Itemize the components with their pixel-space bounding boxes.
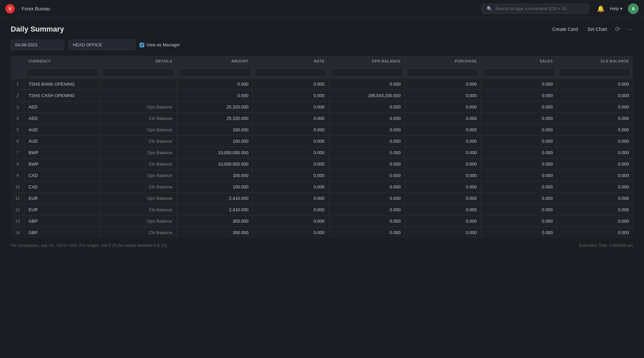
table-row: 12EURCln Balance2,410.0000.0000.0000.000… xyxy=(11,204,633,216)
col-filter-opn_balance[interactable] xyxy=(331,69,403,77)
cell-sales: 0.000 xyxy=(481,181,557,193)
table-row: 11EUROpn Balance2,410.0000.0000.0000.000… xyxy=(11,193,633,204)
table-filter-row xyxy=(11,67,633,79)
cell-num: 7 xyxy=(11,147,24,159)
cell-sales: 0.000 xyxy=(481,170,557,181)
more-options-button[interactable]: ··· xyxy=(626,25,633,34)
cell-opn_balance: 0.000 xyxy=(329,124,405,136)
cell-amount: 25,320.000 xyxy=(176,113,253,124)
app-logo: V xyxy=(5,4,15,13)
cell-currency: GBP xyxy=(24,227,101,238)
create-card-button[interactable]: Create Card xyxy=(550,25,581,33)
cell-details xyxy=(100,90,176,101)
cell-details: Cln Balance xyxy=(100,136,176,147)
cell-purchase: 0.000 xyxy=(405,193,481,204)
cell-purchase: 0.000 xyxy=(405,181,481,193)
col-filter-amount[interactable] xyxy=(179,69,251,77)
table-row: 9CADOpn Balance100.0000.0000.0000.0000.0… xyxy=(11,170,633,181)
cell-currency: CAD xyxy=(24,181,101,193)
cell-purchase: 0.000 xyxy=(405,204,481,216)
header-actions: Create Card Set Chart ⟳ ··· xyxy=(550,24,633,34)
cell-purchase: 0.000 xyxy=(405,90,481,101)
cell-rate: 0.000 xyxy=(253,147,329,159)
cell-num: 3 xyxy=(11,101,24,113)
footer-execution: Execution Time: 0.069349 sec xyxy=(579,243,633,248)
cell-purchase: 0.000 xyxy=(405,101,481,113)
office-filter[interactable] xyxy=(68,40,136,50)
cell-currency: TSHS BANK OPENING xyxy=(24,79,101,90)
refresh-button[interactable]: ⟳ xyxy=(614,24,622,34)
cell-num: 6 xyxy=(11,136,24,147)
topnav: V › Forex Bureau 🔍 🔔 Help ▾ A xyxy=(0,0,644,17)
cell-amount: 0.000 xyxy=(176,90,253,101)
cell-sales: 0.000 xyxy=(481,101,557,113)
cell-opn_balance: 0.000 xyxy=(329,227,405,238)
col-filter-details[interactable] xyxy=(103,69,174,77)
cell-rate: 0.000 xyxy=(253,181,329,193)
avatar[interactable]: A xyxy=(628,3,639,14)
table-container: CURRENCYDETAILSAMOUNTRATEOPN BALANCEPURC… xyxy=(0,55,644,238)
cell-currency: TSHS CASH OPENING xyxy=(24,90,101,101)
cell-num: 11 xyxy=(11,193,24,204)
table-row: 5AUDOpn Balance100.0000.0000.0000.0000.0… xyxy=(11,124,633,136)
cell-sales: 0.000 xyxy=(481,204,557,216)
cell-rate: 0.000 xyxy=(253,204,329,216)
cell-rate: 0.000 xyxy=(253,124,329,136)
cell-amount: 2,410.000 xyxy=(176,204,253,216)
cell-num: 12 xyxy=(11,204,24,216)
cell-purchase: 0.000 xyxy=(405,136,481,147)
page-title: Daily Summary xyxy=(11,25,64,34)
search-input[interactable] xyxy=(495,6,584,11)
cell-num: 1 xyxy=(11,79,24,90)
help-button[interactable]: Help ▾ xyxy=(610,6,623,11)
table-row: 8BWPCln Balance10,000,000.0000.0000.0000… xyxy=(11,159,633,170)
date-filter[interactable] xyxy=(11,40,64,50)
cell-cls_balance: 0.000 xyxy=(557,159,633,170)
cell-num: 5 xyxy=(11,124,24,136)
cell-details: Cln Balance xyxy=(100,227,176,238)
cell-details: Cln Balance xyxy=(100,159,176,170)
search-bar[interactable]: 🔍 xyxy=(482,4,589,14)
cell-details xyxy=(100,79,176,90)
search-icon: 🔍 xyxy=(487,6,492,11)
view-as-manager-input[interactable] xyxy=(140,43,144,47)
breadcrumb-label: Forex Bureau xyxy=(22,6,50,11)
cell-details: Opn Balance xyxy=(100,101,176,113)
col-header-sales: SALES xyxy=(481,56,557,67)
cell-currency: EUR xyxy=(24,193,101,204)
cell-amount: 100.000 xyxy=(176,170,253,181)
col-filter-rate[interactable] xyxy=(255,69,327,77)
col-filter-cls_balance[interactable] xyxy=(559,69,631,77)
col-header-num xyxy=(11,56,24,67)
notifications-button[interactable]: 🔔 xyxy=(597,5,604,12)
col-header-amount: AMOUNT xyxy=(176,56,253,67)
table-row: 1TSHS BANK OPENING0.0000.0000.0000.0000.… xyxy=(11,79,633,90)
cell-sales: 0.000 xyxy=(481,147,557,159)
cell-rate: 0.000 xyxy=(253,136,329,147)
cell-rate: 0.000 xyxy=(253,101,329,113)
cell-cls_balance: 0.000 xyxy=(557,79,633,90)
col-filter-sales[interactable] xyxy=(483,69,555,77)
col-filter-purchase[interactable] xyxy=(407,69,479,77)
set-chart-button[interactable]: Set Chart xyxy=(585,25,610,33)
col-filter-currency[interactable] xyxy=(26,69,98,77)
view-as-manager-checkbox[interactable]: View as Manager xyxy=(140,42,180,47)
cell-currency: AED xyxy=(24,101,101,113)
breadcrumb-separator: › xyxy=(17,6,19,11)
cell-opn_balance: 0.000 xyxy=(329,79,405,90)
cell-amount: 100.000 xyxy=(176,136,253,147)
cell-currency: CAD xyxy=(24,170,101,181)
cell-rate: 0.000 xyxy=(253,159,329,170)
footer-hint: For comparison, use >5, <10 or =324. For… xyxy=(11,243,168,248)
cell-sales: 0.000 xyxy=(481,216,557,227)
cell-num: 13 xyxy=(11,216,24,227)
col-header-details: DETAILS xyxy=(100,56,176,67)
cell-rate: 0.000 xyxy=(253,90,329,101)
col-header-currency: CURRENCY xyxy=(24,56,101,67)
cell-opn_balance: 0.000 xyxy=(329,159,405,170)
cell-details: Cln Balance xyxy=(100,113,176,124)
table-row: 14GBPCln Balance300.0000.0000.0000.0000.… xyxy=(11,227,633,238)
cell-details: Opn Balance xyxy=(100,170,176,181)
cell-num: 8 xyxy=(11,159,24,170)
cell-cls_balance: 0.000 xyxy=(557,170,633,181)
